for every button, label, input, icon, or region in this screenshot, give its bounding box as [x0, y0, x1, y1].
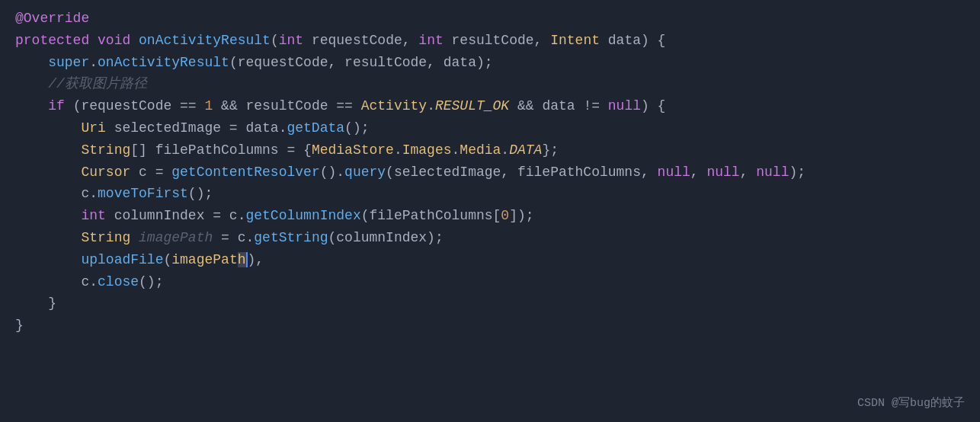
- code-line-3: super.onActivityResult(requestCode, resu…: [15, 52, 965, 74]
- code-line-4: //获取图片路径: [15, 73, 965, 95]
- code-line-14: }: [15, 293, 965, 315]
- code-line-9: c.moveToFirst();: [15, 183, 965, 205]
- code-line-7: String[] filePathColumns = {MediaStore.I…: [15, 139, 965, 161]
- code-line-15: }: [15, 315, 965, 337]
- code-line-2: protected void onActivityResult(int requ…: [15, 30, 965, 52]
- code-line-10: int columnIndex = c.getColumnIndex(fileP…: [15, 205, 965, 227]
- code-editor: @Override protected void onActivityResul…: [0, 0, 980, 422]
- code-line-6: Uri selectedImage = data.getData();: [15, 117, 965, 139]
- watermark: CSDN @写bug的蚊子: [857, 395, 965, 413]
- code-line-13: c.close();: [15, 271, 965, 293]
- code-line-8: Cursor c = getContentResolver().query(se…: [15, 161, 965, 184]
- code-line-1: @Override: [15, 8, 965, 30]
- code-line-5: if (requestCode == 1 && resultCode == Ac…: [15, 95, 965, 117]
- code-line-11: String imagePath = c.getString(columnInd…: [15, 227, 965, 249]
- code-line-12: uploadFile(imagePath),: [15, 249, 965, 271]
